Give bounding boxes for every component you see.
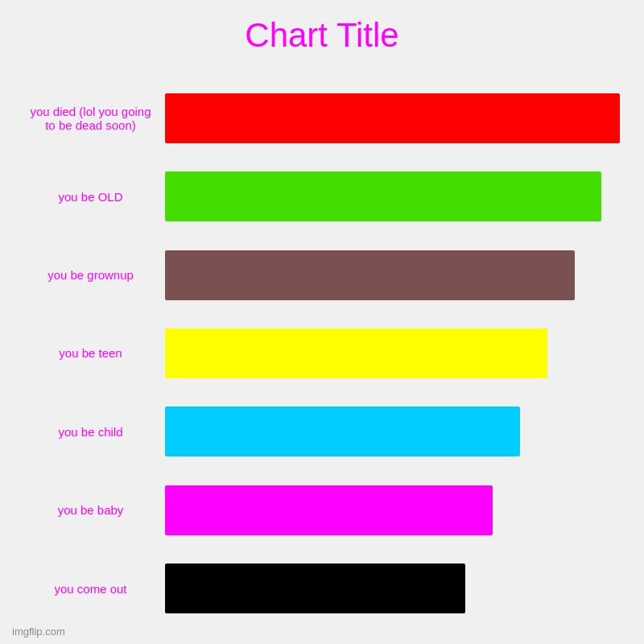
bar-row: you be grownup: [24, 250, 620, 300]
bar-wrapper: [165, 328, 620, 378]
bar: [165, 407, 520, 456]
bar-label: you be baby: [24, 503, 165, 517]
bar-label: you come out: [24, 582, 165, 596]
bar-row: you be OLD: [24, 171, 620, 221]
bar-label: you died (lol you going to be dead soon): [24, 105, 165, 132]
bar-row: you died (lol you going to be dead soon): [24, 93, 620, 143]
bar: [165, 564, 465, 613]
bar-wrapper: [165, 485, 620, 535]
bar: [165, 485, 493, 535]
bar-wrapper: [165, 250, 620, 300]
bar-wrapper: [165, 93, 620, 143]
bar-label: you be grownup: [24, 268, 165, 282]
bar-row: you be baby: [24, 485, 620, 535]
bars-area: you died (lol you going to be dead soon)…: [24, 79, 620, 628]
bar-row: you be child: [24, 407, 620, 456]
chart-title: Chart Title: [245, 16, 398, 55]
bar-row: you be teen: [24, 328, 620, 378]
bar-wrapper: [165, 171, 620, 221]
chart-container: Chart Title you died (lol you going to b…: [0, 0, 644, 644]
bar-wrapper: [165, 564, 620, 613]
watermark: imgflip.com: [12, 625, 65, 638]
bar-row: you come out: [24, 564, 620, 613]
bar-label: you be teen: [24, 346, 165, 360]
bar: [165, 171, 601, 221]
bar: [165, 328, 547, 378]
bar-label: you be child: [24, 425, 165, 439]
bar-label: you be OLD: [24, 190, 165, 204]
bar: [165, 93, 620, 143]
bar-wrapper: [165, 407, 620, 456]
bar: [165, 250, 575, 300]
